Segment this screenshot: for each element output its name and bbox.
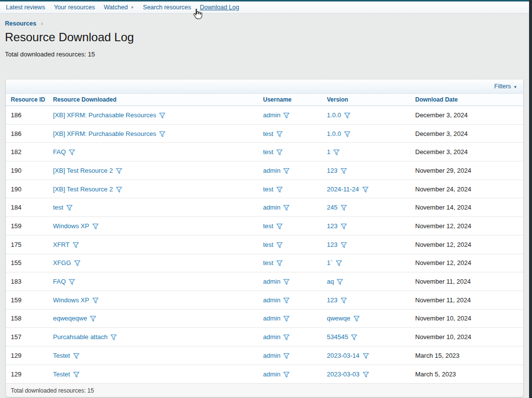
- version-link[interactable]: 1: [327, 148, 330, 156]
- scrollbar[interactable]: [529, 0, 532, 398]
- filter-funnel-icon[interactable]: [341, 168, 347, 174]
- filter-funnel-icon[interactable]: [362, 186, 369, 193]
- username-link[interactable]: admin: [263, 111, 280, 119]
- filter-funnel-icon[interactable]: [363, 371, 369, 378]
- filter-funnel-icon[interactable]: [363, 353, 369, 359]
- resource-link[interactable]: [XB] Test Resource 2: [53, 186, 113, 193]
- filter-funnel-icon[interactable]: [276, 131, 283, 137]
- filter-funnel-icon[interactable]: [337, 279, 343, 285]
- username-link[interactable]: admin: [263, 278, 280, 285]
- resource-id-value: 155: [11, 259, 22, 266]
- version-link[interactable]: qwewqe: [327, 315, 350, 322]
- resource-link[interactable]: [XB] XFRM: Purchasable Resources: [53, 130, 156, 137]
- filter-funnel-icon[interactable]: [276, 242, 283, 248]
- filter-funnel-icon[interactable]: [283, 297, 290, 304]
- filter-funnel-icon[interactable]: [276, 186, 283, 193]
- version-link[interactable]: 245: [327, 204, 338, 211]
- username-link[interactable]: test: [263, 222, 273, 230]
- filter-funnel-icon[interactable]: [333, 149, 340, 156]
- filter-funnel-icon[interactable]: [276, 149, 283, 156]
- version-link[interactable]: 1`: [327, 259, 333, 266]
- filter-funnel-icon[interactable]: [73, 242, 79, 248]
- filter-funnel-icon[interactable]: [283, 334, 290, 341]
- filter-funnel-icon[interactable]: [283, 205, 290, 211]
- username-link[interactable]: admin: [263, 204, 280, 211]
- resource-link[interactable]: [XB] Test Resource 2: [53, 167, 113, 174]
- filter-funnel-icon[interactable]: [92, 223, 99, 230]
- nav-link[interactable]: Latest reviews: [6, 4, 45, 11]
- resource-link[interactable]: XFRT: [53, 241, 70, 248]
- version-link[interactable]: 123: [327, 222, 338, 230]
- username-link[interactable]: admin: [263, 167, 280, 174]
- filter-funnel-icon[interactable]: [283, 353, 290, 359]
- version-link[interactable]: 534545: [327, 333, 348, 341]
- resource-link[interactable]: [XB] XFRM: Purchasable Resources: [53, 111, 156, 119]
- filter-funnel-icon[interactable]: [341, 205, 347, 211]
- filter-funnel-icon[interactable]: [73, 353, 80, 359]
- breadcrumb-link-resources[interactable]: Resources: [5, 20, 36, 27]
- filter-funnel-icon[interactable]: [341, 297, 347, 304]
- filter-funnel-icon[interactable]: [69, 279, 75, 285]
- version-link[interactable]: 123: [327, 167, 338, 174]
- filter-funnel-icon[interactable]: [73, 371, 80, 378]
- filter-funnel-icon[interactable]: [283, 316, 290, 322]
- version-link[interactable]: 123: [327, 241, 338, 248]
- version-link[interactable]: 2023-03-03: [327, 371, 360, 378]
- nav-link[interactable]: Search resources: [143, 4, 191, 11]
- filter-funnel-icon[interactable]: [110, 334, 117, 341]
- username-link[interactable]: test: [263, 186, 273, 193]
- filter-funnel-icon[interactable]: [283, 168, 290, 174]
- version-link[interactable]: 123: [327, 296, 338, 304]
- filter-funnel-icon[interactable]: [353, 316, 360, 322]
- filter-funnel-icon[interactable]: [283, 371, 290, 378]
- username-link[interactable]: admin: [263, 333, 280, 341]
- filter-funnel-icon[interactable]: [159, 112, 165, 119]
- filters-toggle[interactable]: Filters ▼: [494, 83, 517, 90]
- filter-funnel-icon[interactable]: [159, 131, 165, 137]
- resource-link[interactable]: Purcahsable attach: [53, 333, 107, 341]
- resource-link[interactable]: FAQ: [53, 278, 66, 285]
- version-link[interactable]: 1.0.0: [327, 130, 341, 137]
- filter-funnel-icon[interactable]: [283, 279, 290, 285]
- filter-funnel-icon[interactable]: [344, 131, 350, 137]
- resource-link[interactable]: test: [53, 204, 63, 211]
- filter-funnel-icon[interactable]: [351, 334, 357, 341]
- nav-link[interactable]: Your resources: [54, 4, 95, 11]
- username-link[interactable]: admin: [263, 352, 280, 359]
- nav-link[interactable]: Download Log: [200, 4, 239, 11]
- username-link[interactable]: test: [263, 148, 273, 156]
- version-link[interactable]: 2024-11-24: [327, 186, 359, 193]
- resource-link[interactable]: XFGG: [53, 259, 71, 266]
- filter-funnel-icon[interactable]: [341, 223, 347, 230]
- filter-funnel-icon[interactable]: [283, 112, 290, 119]
- username-link[interactable]: admin: [263, 371, 280, 378]
- filter-funnel-icon[interactable]: [69, 149, 75, 156]
- resource-link[interactable]: eqweqeqwe: [53, 315, 87, 322]
- resource-link[interactable]: Windows XP: [53, 222, 89, 230]
- username-link[interactable]: admin: [263, 296, 280, 304]
- resource-link[interactable]: Testet: [53, 352, 70, 359]
- filter-funnel-icon[interactable]: [276, 260, 283, 266]
- filter-funnel-icon[interactable]: [341, 242, 347, 248]
- filter-funnel-icon[interactable]: [116, 168, 122, 174]
- filter-funnel-icon[interactable]: [116, 186, 122, 193]
- nav-link[interactable]: Watched ▼: [104, 4, 134, 11]
- resource-link[interactable]: Testet: [53, 371, 70, 378]
- username-link[interactable]: test: [263, 241, 273, 248]
- filter-funnel-icon[interactable]: [74, 260, 80, 266]
- filter-funnel-icon[interactable]: [276, 223, 283, 230]
- filter-funnel-icon[interactable]: [336, 260, 342, 266]
- filter-funnel-icon[interactable]: [90, 316, 96, 322]
- username-link[interactable]: test: [263, 130, 273, 137]
- filter-funnel-icon[interactable]: [92, 297, 99, 304]
- version-link[interactable]: 2023-03-14: [327, 352, 360, 359]
- resource-link[interactable]: FAQ: [53, 148, 66, 156]
- username-link[interactable]: admin: [263, 315, 280, 322]
- resource-link[interactable]: Windows XP: [53, 296, 89, 304]
- filter-funnel-icon[interactable]: [344, 112, 350, 119]
- username-link[interactable]: test: [263, 259, 273, 266]
- version-link[interactable]: 1.0.0: [327, 111, 341, 119]
- nav-link-label: Latest reviews: [6, 4, 45, 11]
- filter-funnel-icon[interactable]: [66, 205, 73, 211]
- version-link[interactable]: aq: [327, 278, 334, 285]
